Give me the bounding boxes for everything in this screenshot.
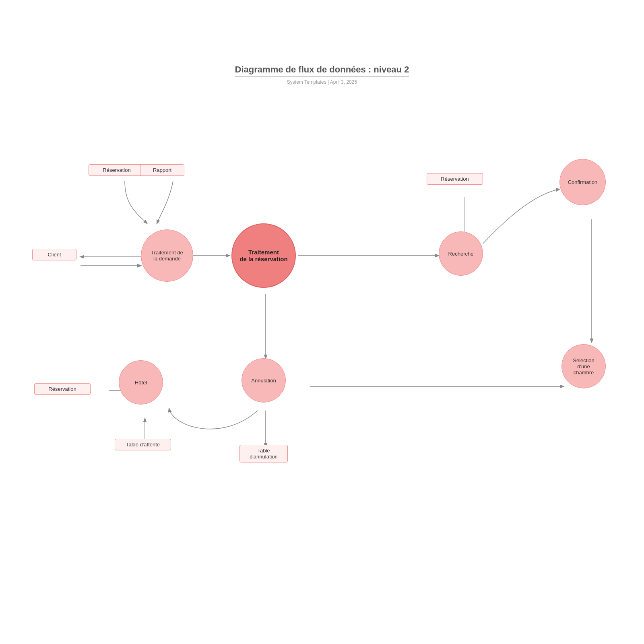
rapport-node: Rapport: [140, 164, 184, 176]
diagram-area: Traitement de la réservation Traitement …: [0, 0, 644, 644]
confirmation-node: Confirmation: [559, 159, 606, 205]
reservation-bottom-left-node: Réservation: [34, 383, 91, 395]
selection-chambre-node: Sélection d'une chambre: [561, 344, 606, 388]
hotel-label: Hôtel: [135, 380, 147, 386]
table-attente-node: Table d'attente: [115, 439, 171, 450]
traitement-reservation-node: Traitement de la réservation: [231, 223, 296, 288]
confirmation-label: Confirmation: [568, 179, 598, 185]
table-annulation-label: Table d'annulation: [250, 448, 278, 460]
reservation-top-right-label: Réservation: [441, 176, 469, 182]
reservation-top-left-node: Réservation: [89, 164, 145, 176]
table-annulation-node: Table d'annulation: [239, 445, 288, 462]
recherche-label: Recherche: [448, 251, 474, 257]
reservation-top-left-label: Réservation: [103, 167, 130, 173]
table-attente-label: Table d'attente: [126, 442, 160, 448]
rapport-label: Rapport: [153, 167, 171, 173]
traitement-demande-label: Traitement de la demande: [151, 250, 183, 262]
annulation-label: Annulation: [251, 378, 276, 384]
selection-chambre-label: Sélection d'une chambre: [573, 357, 594, 376]
annulation-node: Annulation: [242, 358, 286, 402]
traitement-demande-node: Traitement de la demande: [141, 229, 193, 282]
traitement-reservation-label: Traitement de la réservation: [239, 249, 287, 262]
client-label: Client: [47, 252, 61, 258]
client-node: Client: [32, 249, 76, 260]
hotel-node: Hôtel: [119, 360, 163, 405]
recherche-node: Recherche: [439, 231, 483, 276]
reservation-top-right-node: Réservation: [427, 173, 483, 185]
connections-svg: [0, 0, 644, 644]
reservation-bottom-left-label: Réservation: [48, 386, 76, 392]
